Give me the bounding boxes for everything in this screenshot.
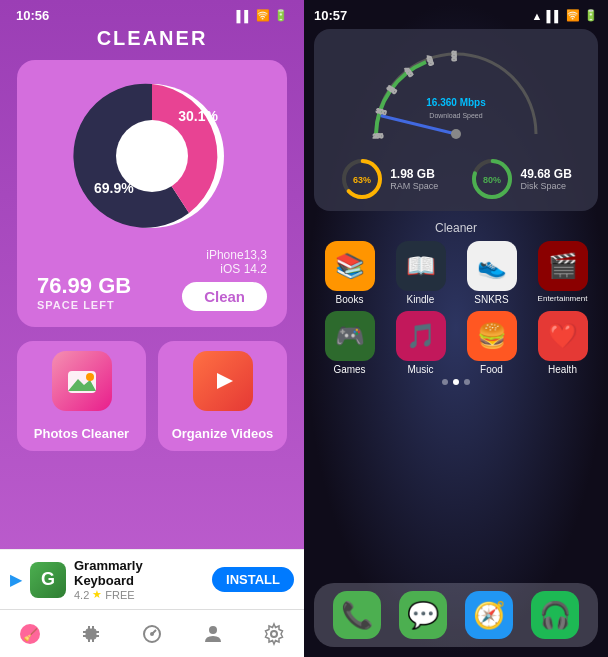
app-music[interactable]: 🎵 Music (392, 311, 450, 375)
entertainment-icon: 🎬 (538, 241, 588, 291)
tab-cleaner[interactable]: 🧹 (10, 614, 50, 654)
kindle-icon: 📖 (396, 241, 446, 291)
organize-videos-tile[interactable]: Organize Videos (158, 341, 287, 451)
ram-stat: 63% 1.98 GB RAM Space (340, 157, 438, 201)
grammarly-icon: G (30, 562, 66, 598)
app-row-2: 🎮 Games 🎵 Music 🍔 Food ❤️ Health (314, 311, 598, 375)
photos-icon (52, 351, 112, 411)
svg-text:Download Speed: Download Speed (429, 112, 482, 120)
svg-text:250: 250 (373, 133, 384, 139)
tab-bar: 🧹 (0, 609, 304, 657)
svg-point-18 (150, 632, 154, 636)
health-icon: ❤️ (538, 311, 588, 361)
cleaner-widget: 0 50 100 150 200 250 300 (314, 29, 598, 211)
tab-speed[interactable] (132, 614, 172, 654)
ad-rating: 4.2 (74, 589, 89, 601)
right-panel: 10:57 ▲ ▌▌ 🛜 🔋 (304, 0, 608, 657)
battery-icon: 🔋 (274, 9, 288, 22)
cpu-tab-icon (79, 622, 103, 646)
cleaner-tab-icon: 🧹 (18, 622, 42, 646)
device-info: iPhone13,3 iOS 14.2 (206, 248, 267, 276)
dock-safari[interactable]: 🧭 (465, 591, 513, 639)
status-bar-right: 10:57 ▲ ▌▌ 🛜 🔋 (314, 8, 598, 23)
svg-text:63%: 63% (353, 175, 371, 185)
battery-icon-right: 🔋 (584, 9, 598, 22)
tab-cpu[interactable] (71, 614, 111, 654)
disk-ring-svg: 80% (470, 157, 514, 201)
chart-info: 76.99 GB SPACE LEFT iPhone13,3 iOS 14.2 … (33, 248, 271, 311)
space-label: SPACE LEFT (37, 299, 131, 311)
tab-settings[interactable] (254, 614, 294, 654)
videos-icon (193, 351, 253, 411)
device-model: iPhone13,3 (206, 248, 267, 262)
pie-label-used: 30.1% (178, 108, 218, 124)
clean-button[interactable]: Clean (182, 282, 267, 311)
app-books[interactable]: 📚 Books (321, 241, 379, 305)
svg-marker-5 (217, 373, 233, 389)
chart-container: 30.1% 69.9% 76.99 GB SPACE LEFT iPhone13… (17, 60, 287, 327)
signal-icon: ▌▌ (236, 10, 252, 22)
dot-3 (464, 379, 470, 385)
wifi-icon: 🛜 (256, 9, 270, 22)
page-dots (314, 379, 598, 385)
speed-tab-icon (140, 622, 164, 646)
svg-point-19 (209, 626, 217, 634)
space-gb: 76.99 GB (37, 273, 131, 299)
dock-phone[interactable]: 📞 (333, 591, 381, 639)
svg-point-4 (86, 373, 94, 381)
app-title: CLEANER (97, 27, 208, 50)
speedometer-svg: 0 50 100 150 200 250 300 (356, 39, 556, 149)
left-panel: 10:56 ▌▌ 🛜 🔋 CLEANER 30.1% 69.9% (0, 0, 304, 657)
music-icon: 🎵 (396, 311, 446, 361)
dot-2 (453, 379, 459, 385)
dot-1 (442, 379, 448, 385)
app-food[interactable]: 🍔 Food (463, 311, 521, 375)
app-health[interactable]: ❤️ Health (534, 311, 592, 375)
dock-messages[interactable]: 💬 (399, 591, 447, 639)
disk-info: 49.68 GB Disk Space (520, 167, 571, 191)
app-entertainment[interactable]: 🎬 Entertainment (534, 241, 592, 305)
disk-stat: 80% 49.68 GB Disk Space (470, 157, 571, 201)
svg-text:500: 500 (451, 51, 457, 62)
time-right: 10:57 (314, 8, 347, 23)
app-games[interactable]: 🎮 Games (321, 311, 379, 375)
svg-rect-8 (86, 629, 96, 639)
svg-text:16.360 Mbps: 16.360 Mbps (426, 97, 486, 108)
dock-spotify[interactable]: 🎧 (531, 591, 579, 639)
books-icon: 📚 (325, 241, 375, 291)
games-icon: 🎮 (325, 311, 375, 361)
videos-icon-svg (205, 363, 241, 399)
svg-point-20 (271, 631, 277, 637)
photos-cleaner-tile[interactable]: Photos Cleaner (17, 341, 146, 451)
health-label: Health (548, 364, 577, 375)
device-os: iOS 14.2 (220, 262, 267, 276)
snkrs-icon: 👟 (467, 241, 517, 291)
status-icons-right: ▲ ▌▌ 🛜 🔋 (532, 9, 598, 22)
food-icon: 🍔 (467, 311, 517, 361)
food-label: Food (480, 364, 503, 375)
location-icon: ▲ (532, 10, 543, 22)
app-kindle[interactable]: 📖 Kindle (392, 241, 450, 305)
cleaner-widget-label: Cleaner (314, 221, 598, 235)
ad-price: FREE (105, 589, 134, 601)
ad-bar: ▶ G Grammarly Keyboard 4.2 ★ FREE INSTAL… (0, 549, 304, 609)
app-snkrs[interactable]: 👟 SNKRS (463, 241, 521, 305)
install-button[interactable]: INSTALL (212, 567, 294, 592)
signal-icon-right: ▌▌ (546, 10, 562, 22)
svg-point-44 (451, 129, 461, 139)
star-icon: ★ (92, 588, 102, 601)
games-label: Games (333, 364, 365, 375)
right-content: 10:57 ▲ ▌▌ 🛜 🔋 (304, 0, 608, 657)
status-bar-left: 10:56 ▌▌ 🛜 🔋 (0, 0, 304, 27)
pie-label-free: 69.9% (94, 180, 134, 196)
ad-meta: 4.2 ★ FREE (74, 588, 204, 601)
ram-info: 1.98 GB RAM Space (390, 167, 438, 191)
time-left: 10:56 (16, 8, 49, 23)
ram-label: RAM Space (390, 181, 438, 191)
speedometer-area: 0 50 100 150 200 250 300 (324, 39, 588, 149)
tab-contacts[interactable] (193, 614, 233, 654)
books-label: Books (336, 294, 364, 305)
contacts-tab-icon (201, 622, 225, 646)
app-row-1: 📚 Books 📖 Kindle 👟 SNKRS 🎬 Entertainment (314, 241, 598, 305)
status-icons-left: ▌▌ 🛜 🔋 (236, 9, 288, 22)
